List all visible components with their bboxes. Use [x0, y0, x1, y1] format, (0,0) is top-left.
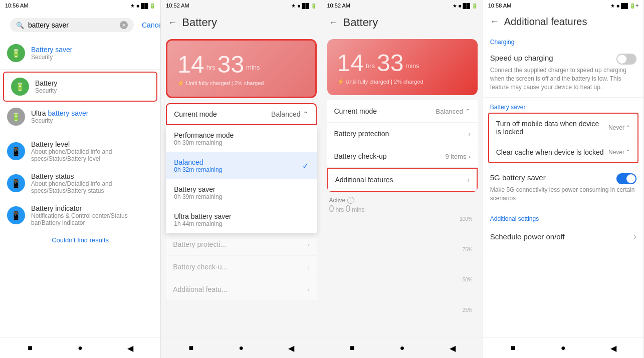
speed-up-header: Speed up charging [490, 54, 636, 65]
bat-icon-4: 🔋+ [629, 3, 638, 9]
nav-square-btn-4[interactable]: ■ [508, 343, 518, 353]
nav-circle-button[interactable]: ● [75, 343, 85, 353]
nav-back-button[interactable]: ◀ [286, 343, 296, 353]
chart-label-75: 75% [463, 247, 473, 252]
nav-square-button[interactable]: ■ [186, 343, 196, 353]
sig-icon-4: ██ [621, 3, 628, 9]
search-clear-button[interactable]: ✕ [120, 21, 128, 29]
divider [0, 69, 160, 70]
battery-saver-section-label: Battery saver [483, 98, 643, 113]
dropdown-item-ultra[interactable]: Ultra battery saver 1h 44m remaining [166, 206, 316, 233]
dropdown-item-balanced[interactable]: Balanced 0h 32m remaining ✓ [166, 152, 316, 179]
nav-bar-2: ■ ● ◀ [161, 337, 321, 358]
additional-row[interactable]: Additional featu... › [166, 278, 316, 301]
dropdown-item-text: Balanced 0h 32m remaining [174, 158, 222, 173]
additional-highlight[interactable]: Additional features › [327, 168, 478, 192]
chevron-up-icon: ⌃ [625, 124, 630, 131]
battery-checkup-row[interactable]: Battery check-u... › [166, 256, 316, 278]
active-section-3: Active i 0 hrs 0 mins [322, 192, 483, 216]
battery-protection-row[interactable]: Battery protecti... › [166, 233, 316, 256]
nav-circle-btn-3[interactable]: ● [397, 343, 407, 353]
mode-label-3: Current mode [334, 107, 377, 115]
nav-back-button[interactable]: ◀ [125, 343, 135, 353]
result-icon-indicator: 📱 [7, 206, 25, 224]
back-button-2[interactable]: ← [168, 18, 177, 28]
dropdown-sub: 0h 32m remaining [174, 166, 222, 173]
search-panel: 10:56 AM ★ ■ ██ 🔋 🔍 battery saver ✕ Canc… [0, 0, 161, 358]
search-bar-container: 🔍 battery saver ✕ Cancel [0, 11, 160, 39]
result-title: Battery indicator [31, 204, 153, 212]
search-input[interactable]: battery saver [28, 21, 116, 29]
nav-square-btn-3[interactable]: ■ [347, 343, 357, 353]
battery-hrs-unit: hrs [206, 64, 216, 71]
check-icon: ✓ [302, 161, 309, 171]
list-item[interactable]: 🔋 Ultra battery saver Security [0, 103, 160, 131]
list-item[interactable]: 📱 Battery indicator Notifications & Cont… [0, 199, 160, 231]
battery-mins-3: 33 [377, 49, 403, 77]
result-title: Battery [35, 79, 57, 87]
dropdown-title: Battery saver [174, 185, 222, 193]
chart-label-50: 50% [463, 277, 473, 282]
list-item[interactable]: 📱 Battery level About phone/Detailed inf… [0, 135, 160, 167]
search-results-list: 🔋 Battery saver Security 🔋 Battery Secur… [0, 39, 160, 337]
current-mode-row-2[interactable]: Current mode Balanced ⌃ [166, 103, 316, 125]
result-subtitle: Security [31, 54, 72, 61]
nav-circle-btn-4[interactable]: ● [558, 343, 568, 353]
list-item[interactable]: 🔋 Battery saver Security [0, 39, 160, 67]
list-item[interactable]: 🔋 Battery Security [4, 73, 156, 101]
battery-checkup-label: Battery check-u... [173, 263, 228, 271]
dropdown-item-performance[interactable]: Performance mode 0h 30m remaining [166, 125, 316, 152]
nav-back-btn-4[interactable]: ◀ [608, 343, 618, 353]
result-text-status: Battery status About phone/Detailed info… [31, 172, 153, 194]
battery-checkup-row-3[interactable]: Battery check-up 9 items › [327, 145, 478, 168]
search-icon: 🔍 [16, 22, 24, 29]
cancel-button[interactable]: Cancel [139, 21, 161, 29]
back-button-3[interactable]: ← [329, 18, 338, 28]
chevron-right-icon: › [307, 263, 309, 271]
clear-cache-row[interactable]: Clear cache when device is locked Never … [489, 142, 637, 162]
speed-up-toggle[interactable] [616, 54, 636, 65]
battery-checkup-label-3: Battery check-up [334, 152, 387, 160]
search-bar[interactable]: 🔍 battery saver ✕ [10, 18, 134, 32]
result-icon-status: 📱 [7, 174, 25, 192]
fiveg-row: 5G battery saver Make 5G connectivity le… [483, 167, 643, 209]
fiveg-toggle[interactable] [616, 173, 636, 184]
bt-icon-4: ★ [610, 3, 615, 9]
chart-label-25: 25% [463, 307, 473, 313]
mode-value-3: Balanced ⌃ [436, 108, 471, 115]
battery-mins-unit: mins [246, 64, 260, 71]
result-title: Battery level [31, 140, 153, 148]
status-bar-4: 10:58 AM ★ ■ ██ 🔋+ [483, 0, 643, 11]
nav-circle-button[interactable]: ● [236, 343, 246, 353]
list-item[interactable]: 📱 Battery status About phone/Detailed in… [0, 167, 160, 199]
selected-item-battery[interactable]: 🔋 Battery Security [3, 72, 157, 102]
schedule-title: Schedule power on/off [490, 232, 565, 241]
clear-cache-title: Clear cache when device is locked [496, 148, 604, 156]
battery-protection-label-3: Battery protection [334, 130, 389, 138]
bat-icon: 🔋 [311, 3, 317, 9]
chevron-right-add: › [467, 176, 469, 184]
dropdown-item-saver[interactable]: Battery saver 0h 39m remaining [166, 179, 316, 206]
nav-bar-4: ■ ● ◀ [483, 337, 643, 358]
panel4-title: Additional features [504, 16, 587, 28]
battery-mins: 33 [218, 51, 244, 78]
schedule-row[interactable]: Schedule power on/off › [483, 224, 643, 249]
no-results-text: Couldn't find results [0, 231, 160, 249]
battery-protection-label: Battery protecti... [173, 240, 226, 248]
battery-card-2: 14 hrs 33 mins ⚡ Until fully charged | 2… [166, 39, 316, 98]
dropdown-menu: Performance mode 0h 30m remaining Balanc… [166, 125, 316, 233]
battery-mins-unit-3: mins [405, 62, 419, 70]
wifi-icon-4: ■ [616, 3, 619, 9]
nav-square-button[interactable]: ■ [25, 343, 35, 353]
current-mode-row-3[interactable]: Current mode Balanced ⌃ [327, 100, 478, 123]
chart-label-100: 100% [460, 216, 473, 222]
result-icon-ultra: 🔋 [7, 108, 25, 126]
fiveg-header: 5G battery saver [490, 173, 636, 184]
battery-subtitle-2: ⚡ Until fully charged | 2% charged [177, 80, 305, 87]
additional-row-3[interactable]: Additional features › [328, 169, 477, 191]
battery-protection-row-3[interactable]: Battery protection › [327, 123, 478, 145]
turn-off-row[interactable]: Turn off mobile data when device is lock… [489, 114, 637, 142]
nav-back-btn-3[interactable]: ◀ [448, 343, 458, 353]
back-button-4[interactable]: ← [490, 17, 499, 27]
result-subtitle: About phone/Detailed info and specs/Stat… [31, 148, 153, 162]
